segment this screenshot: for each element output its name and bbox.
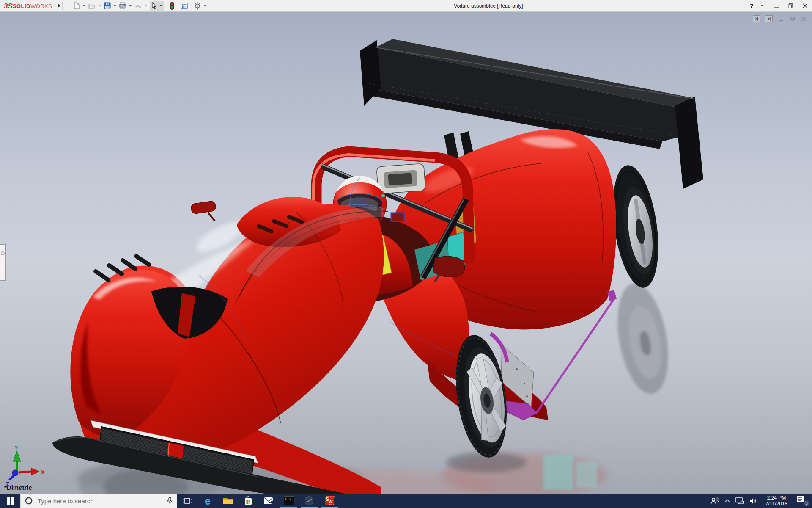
restore-icon [788, 3, 793, 8]
select-tool-button[interactable] [150, 1, 164, 11]
gear-icon [194, 2, 201, 10]
logo-works: WORKS [30, 3, 52, 9]
volume-button[interactable] [749, 498, 757, 504]
solidworks-application-window: 3S SOLID WORKS [0, 0, 812, 508]
close-icon [803, 3, 807, 8]
edge-icon: e [205, 496, 211, 506]
window-controls: ? [748, 0, 809, 11]
print-icon [119, 2, 126, 9]
open-icon [88, 3, 96, 9]
doc-close-button[interactable] [800, 16, 807, 22]
store-icon [244, 496, 252, 505]
rebuild-button[interactable] [168, 1, 176, 11]
quick-toolbar [72, 0, 208, 11]
select-dropdown[interactable] [159, 5, 163, 7]
save-button[interactable] [102, 1, 112, 11]
taskbar-file-explorer[interactable] [218, 494, 238, 508]
window-title: Voiture assomblee [Read-only] [454, 3, 523, 9]
car-3d-model: Y X Z [0, 11, 812, 494]
pane-left-button[interactable] [753, 15, 760, 22]
pane-right-icon [767, 17, 771, 21]
pane-pin-icon [1, 251, 5, 255]
taskbar-command-prompt[interactable]: C:\_ [279, 494, 299, 508]
new-document-icon [73, 2, 80, 9]
taskbar-solidworks[interactable]: S W 2017 [319, 494, 340, 508]
graphics-viewport[interactable]: Y X Z *Dimetric [0, 11, 812, 494]
tray-overflow-button[interactable] [725, 499, 730, 502]
edrawings-icon [304, 496, 314, 506]
windows-taskbar: e C:\_ [0, 494, 812, 508]
print-dropdown[interactable] [128, 1, 133, 11]
save-dropdown[interactable] [112, 1, 118, 11]
tray-clock[interactable]: 2:24 PM 7/11/2018 [763, 495, 790, 507]
pane-left-icon [755, 17, 758, 21]
taskbar-store[interactable] [238, 494, 258, 508]
taskbar-edrawings[interactable] [299, 494, 319, 508]
solidworks-2017-icon: S W 2017 [324, 496, 335, 506]
people-icon [710, 497, 719, 504]
minimize-button[interactable] [772, 2, 780, 10]
minimize-icon [774, 3, 779, 8]
task-view-button[interactable] [177, 494, 198, 508]
notification-badge: 3 [804, 500, 809, 506]
system-tray: 2:24 PM 7/11/2018 3 [710, 494, 812, 508]
doc-restore-button[interactable] [789, 16, 796, 22]
pane-right-button[interactable] [765, 15, 773, 22]
windows-logo-icon [7, 497, 14, 505]
file-explorer-icon [223, 497, 233, 505]
new-document-dropdown[interactable] [81, 1, 87, 11]
triad-y-label: Y [14, 444, 18, 451]
doc-minimize-button[interactable] [777, 16, 784, 22]
cortana-icon [25, 497, 33, 505]
network-button[interactable] [735, 497, 744, 504]
action-center-button[interactable]: 3 [796, 496, 809, 506]
microphone-icon[interactable] [167, 497, 173, 505]
open-dropdown[interactable] [97, 1, 102, 11]
options-button[interactable] [192, 1, 203, 11]
logo-solid: SOLID [13, 3, 30, 9]
logo-mark: 3S [4, 2, 13, 10]
undo-dropdown[interactable] [143, 1, 149, 11]
tray-time: 2:24 PM [763, 495, 790, 501]
options-dropdown[interactable] [203, 1, 208, 11]
featuremanager-collapsed-tab[interactable] [0, 244, 6, 281]
undo-icon [134, 3, 142, 9]
document-window-controls [753, 15, 807, 22]
open-button[interactable] [87, 1, 97, 11]
menu-flyout-arrow[interactable] [55, 2, 63, 10]
help-dropdown[interactable] [758, 2, 765, 10]
help-button[interactable]: ? [748, 2, 755, 10]
solidworks-logo: 3S SOLID WORKS [0, 0, 55, 11]
title-bar: 3S SOLID WORKS [0, 0, 812, 12]
view-orientation-label: *Dimetric [4, 484, 32, 491]
doc-restore-icon [790, 17, 795, 21]
mail-icon [263, 497, 274, 505]
triad-x-label: X [41, 469, 45, 475]
undo-button[interactable] [133, 1, 143, 11]
file-properties-icon [181, 3, 188, 9]
taskbar-search[interactable] [20, 494, 177, 508]
people-button[interactable] [710, 497, 719, 504]
new-document-button[interactable] [72, 1, 81, 11]
flyout-arrow-icon [58, 4, 60, 8]
task-view-icon [183, 497, 192, 504]
chevron-up-icon [725, 499, 730, 502]
air-intake [376, 163, 425, 194]
network-display-icon [735, 497, 744, 504]
taskbar-edge[interactable]: e [198, 494, 218, 508]
search-input[interactable] [37, 497, 163, 505]
print-button[interactable] [118, 1, 128, 11]
doc-close-icon [801, 17, 806, 21]
tray-date: 7/11/2018 [763, 501, 790, 507]
rebuild-traffic-light-icon [170, 2, 175, 10]
restore-button[interactable] [787, 2, 794, 10]
action-center-icon [796, 496, 804, 504]
speaker-icon [749, 498, 757, 504]
taskbar-mail[interactable] [258, 494, 279, 508]
start-button[interactable] [0, 494, 20, 508]
save-icon [104, 2, 111, 9]
close-button[interactable] [801, 2, 809, 10]
command-prompt-icon: C:\_ [284, 496, 294, 505]
doc-minimize-icon [779, 17, 783, 21]
file-properties-button[interactable] [179, 1, 189, 11]
